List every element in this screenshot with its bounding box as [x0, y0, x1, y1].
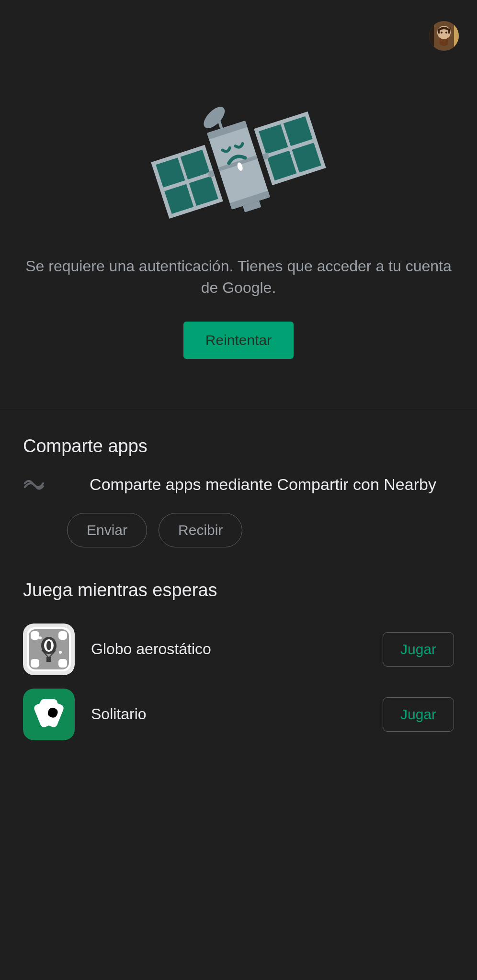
svg-rect-12 — [217, 120, 223, 129]
play-button[interactable]: Jugar — [383, 632, 454, 667]
play-while-wait-title: Juega mientras esperas — [23, 580, 454, 601]
game-name: Solitario — [91, 705, 366, 723]
svg-point-36 — [61, 662, 64, 665]
divider — [0, 409, 477, 409]
balloon-game-icon — [23, 624, 75, 675]
svg-rect-1 — [429, 21, 434, 51]
share-apps-title: Comparte apps — [23, 436, 454, 457]
nearby-share-icon — [23, 474, 45, 496]
receive-button[interactable]: Recibir — [159, 513, 242, 547]
share-apps-row: Comparte apps mediante Compartir con Nea… — [23, 474, 454, 496]
svg-point-34 — [61, 634, 64, 637]
svg-rect-40 — [46, 657, 51, 662]
retry-button[interactable]: Reintentar — [183, 322, 294, 359]
share-buttons-row: Enviar Recibir — [23, 513, 454, 547]
svg-point-33 — [34, 634, 36, 637]
svg-point-42 — [59, 651, 62, 654]
satellite-icon — [145, 96, 332, 232]
svg-point-41 — [39, 636, 42, 639]
send-button[interactable]: Enviar — [67, 513, 147, 547]
avatar[interactable] — [429, 21, 459, 51]
error-message: Se requiere una autenticación. Tienes qu… — [23, 256, 454, 299]
svg-point-5 — [445, 32, 447, 33]
game-row-solitaire[interactable]: Solitario Jugar — [23, 682, 454, 747]
game-row-balloon[interactable]: Globo aerostático Jugar — [23, 617, 454, 682]
play-while-wait-section: Juega mientras esperas — [0, 580, 477, 747]
share-apps-section: Comparte apps Comparte apps mediante Com… — [0, 436, 477, 547]
error-section: Se requiere una autenticación. Tienes qu… — [0, 72, 477, 359]
svg-rect-2 — [454, 21, 459, 51]
game-name: Globo aerostático — [91, 640, 366, 658]
share-apps-description: Comparte apps mediante Compartir con Nea… — [72, 474, 454, 496]
svg-point-35 — [34, 662, 36, 665]
svg-point-39 — [46, 641, 51, 650]
svg-point-4 — [441, 32, 443, 33]
play-button[interactable]: Jugar — [383, 697, 454, 732]
solitaire-game-icon — [23, 689, 75, 740]
top-bar — [0, 0, 477, 72]
